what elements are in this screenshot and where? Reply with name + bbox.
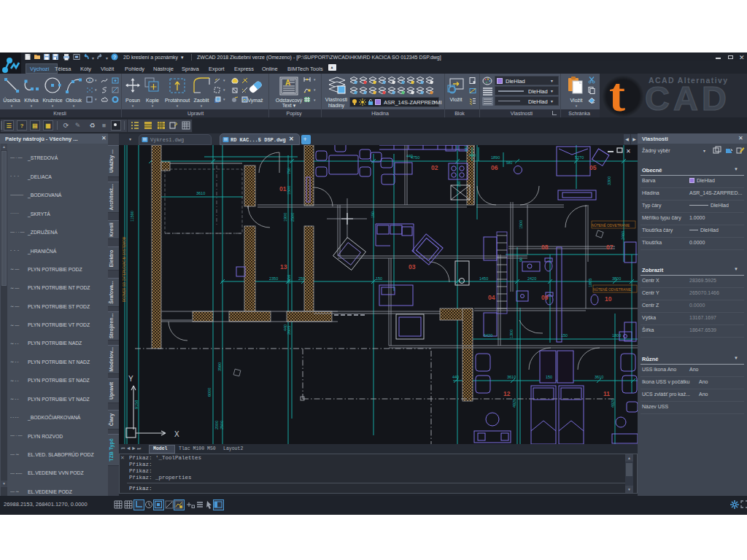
svg-text:440: 440 xyxy=(452,375,459,379)
svg-text:11: 11 xyxy=(603,390,610,397)
svg-text:03: 03 xyxy=(409,263,416,271)
svg-text:3610: 3610 xyxy=(507,375,516,379)
svg-text:440: 440 xyxy=(283,324,287,331)
svg-text:3610: 3610 xyxy=(595,375,603,379)
svg-text:11590: 11590 xyxy=(130,211,134,222)
svg-text:01: 01 xyxy=(279,185,287,192)
svg-text:1500: 1500 xyxy=(287,186,291,195)
svg-text:1805: 1805 xyxy=(588,279,592,287)
svg-text:3610: 3610 xyxy=(196,191,205,195)
svg-text:X: X xyxy=(174,430,179,438)
svg-text:2420: 2420 xyxy=(527,276,536,281)
svg-text:09: 09 xyxy=(541,294,549,301)
svg-text:2500: 2500 xyxy=(220,421,224,429)
svg-text:1800: 1800 xyxy=(612,333,621,338)
svg-text:150: 150 xyxy=(457,181,461,187)
svg-text:6000: 6000 xyxy=(207,388,212,397)
svg-text:750: 750 xyxy=(287,168,291,174)
svg-text:10: 10 xyxy=(605,295,612,303)
svg-text:2350: 2350 xyxy=(269,276,278,281)
svg-text:Y: Y xyxy=(128,375,133,383)
svg-text:2500: 2500 xyxy=(290,213,295,222)
svg-text:5270: 5270 xyxy=(575,155,584,160)
svg-text:NÚTENÉ ODVETRANIE: NÚTENÉ ODVETRANIE xyxy=(593,287,631,292)
svg-text:06: 06 xyxy=(491,164,498,171)
svg-text:3560: 3560 xyxy=(217,362,222,371)
svg-text:ROZMER SO ZATEPLOVACIM SYSTEMO: ROZMER SO ZATEPLOVACIM SYSTEMOM xyxy=(123,236,126,302)
svg-text:04: 04 xyxy=(488,294,495,301)
svg-text:150: 150 xyxy=(376,276,382,281)
svg-text:150: 150 xyxy=(546,375,552,379)
svg-text:2000: 2000 xyxy=(214,421,219,429)
svg-text:440: 440 xyxy=(464,145,468,152)
svg-text:12: 12 xyxy=(503,390,511,397)
svg-text:NÚTENÉ ODVETRANIE: NÚTENÉ ODVETRANIE xyxy=(592,223,630,228)
svg-text:2460: 2460 xyxy=(621,231,625,240)
svg-text:?: ? xyxy=(113,55,116,60)
svg-text:05: 05 xyxy=(589,164,597,171)
svg-text:1900: 1900 xyxy=(283,213,287,222)
svg-text:1890: 1890 xyxy=(491,155,500,160)
svg-text:07: 07 xyxy=(606,244,614,251)
svg-text:13: 13 xyxy=(280,263,287,271)
svg-text:440: 440 xyxy=(469,153,476,158)
svg-text:580: 580 xyxy=(506,160,513,165)
svg-text:1500: 1500 xyxy=(519,220,523,229)
svg-text:08: 08 xyxy=(541,244,549,251)
svg-text:✕: ✕ xyxy=(626,148,631,155)
svg-text:3800: 3800 xyxy=(612,276,621,281)
svg-text:250: 250 xyxy=(298,276,305,281)
svg-text:02: 02 xyxy=(431,164,438,171)
svg-text:440: 440 xyxy=(406,154,413,158)
svg-text:150: 150 xyxy=(561,333,568,338)
svg-text:9158: 9158 xyxy=(134,400,139,409)
svg-text:6420: 6420 xyxy=(484,333,492,338)
svg-text:1300: 1300 xyxy=(509,330,514,338)
svg-text:1450: 1450 xyxy=(479,276,488,281)
svg-text:150: 150 xyxy=(371,211,375,218)
svg-text:90: 90 xyxy=(519,257,523,262)
svg-text:4920: 4920 xyxy=(512,399,516,408)
svg-text:4920: 4920 xyxy=(611,399,615,408)
svg-text:2656: 2656 xyxy=(287,275,291,284)
svg-text:3300: 3300 xyxy=(607,176,611,185)
